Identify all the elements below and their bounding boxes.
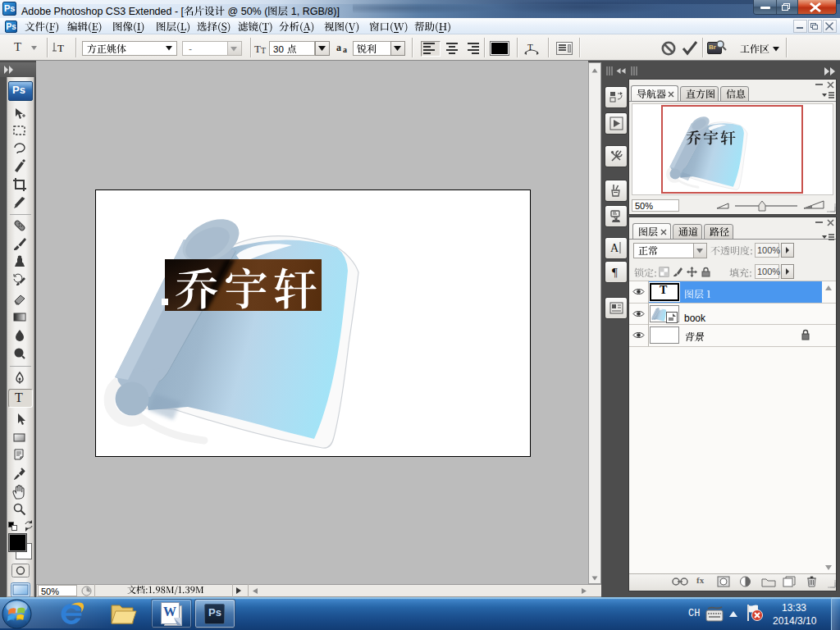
svg-text:T: T (57, 42, 64, 54)
svg-text:A: A (610, 242, 619, 254)
svg-text:¶: ¶ (612, 266, 618, 279)
svg-text:T: T (527, 42, 533, 52)
